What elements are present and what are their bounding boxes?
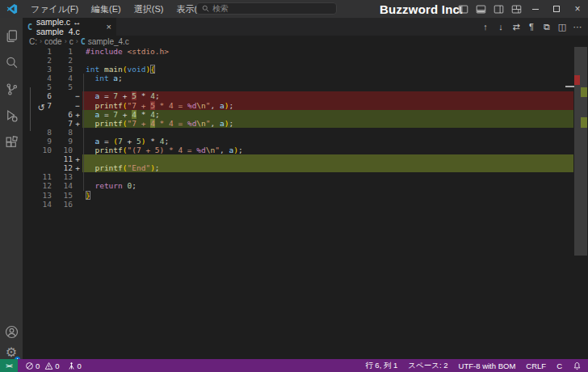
language-mode[interactable]: C (556, 361, 562, 370)
command-center-search[interactable]: 検索 (196, 2, 337, 15)
code-line[interactable]: 22 (23, 56, 588, 65)
code-line[interactable]: 1416 (23, 200, 588, 209)
breadcrumb-segment-c[interactable]: c (69, 37, 74, 46)
breadcrumb-segment-drive[interactable]: C: (29, 37, 37, 46)
run-debug-icon[interactable] (0, 104, 23, 127)
remote-indicator[interactable]: >< (0, 359, 18, 372)
minimize-icon (532, 9, 539, 10)
ports-indicator[interactable]: 0 (67, 361, 82, 370)
menu-edit[interactable]: 編集(E) (85, 0, 128, 18)
more-actions-icon[interactable]: ⋯ (572, 22, 583, 32)
problems-indicator[interactable]: 0 0 (25, 361, 60, 370)
code-line[interactable]: 55 (23, 82, 588, 91)
code-line[interactable]: 88 (23, 128, 588, 137)
code-line[interactable]: 6+ a = 7 + 4 * 4; (23, 110, 588, 119)
c-language-icon: C (81, 37, 86, 46)
diff-sign (73, 200, 82, 209)
open-file-icon[interactable]: ⧉ (541, 22, 552, 32)
tab-sample-diff[interactable]: C sample.c ↔ sample_4.c × (23, 18, 116, 36)
menu-file[interactable]: ファイル(F) (24, 0, 85, 18)
code-line[interactable]: 1315} (23, 191, 588, 200)
code-text[interactable]: printf("7 + 5 * 4 = %d\n", a); (82, 101, 573, 110)
error-icon (25, 361, 34, 370)
code-text[interactable]: #include <stdio.h> (82, 47, 573, 56)
explorer-icon[interactable] (0, 24, 23, 47)
indentation[interactable]: スペース: 2 (408, 361, 447, 371)
account-icon[interactable] (0, 320, 23, 343)
breadcrumb-segment-code[interactable]: code (44, 37, 62, 46)
original-line-number (23, 163, 52, 172)
menu-selection[interactable]: 選択(S) (128, 0, 170, 18)
diff-sign: + (73, 163, 82, 172)
customize-layout-icon[interactable] (507, 0, 525, 18)
revert-block-icon[interactable]: ↺ (36, 103, 47, 114)
code-line[interactable]: 44 int a; (23, 74, 588, 82)
code-line[interactable]: 7− printf("7 + 5 * 4 = %d\n", a); (23, 101, 588, 110)
overview-added-mark (581, 87, 587, 97)
source-control-icon[interactable] (0, 78, 23, 100)
code-text[interactable]: printf("(7 + 5) * 4 = %d\n", a); (82, 146, 573, 154)
activity-bar: ⚙ (0, 18, 23, 359)
code-text[interactable]: printf("7 + 4 * 4 = %d\n", a); (82, 119, 573, 128)
minimize-button[interactable] (525, 0, 546, 18)
toggle-panel-icon[interactable] (472, 0, 489, 18)
split-editor-icon[interactable]: ◫ (556, 22, 568, 32)
tab-label: sample.c ↔ sample_4.c (36, 17, 101, 36)
original-line-number: 9 (23, 137, 52, 146)
code-line[interactable]: 11+ (23, 154, 588, 163)
code-text[interactable]: a = (7 + 5) * 4; (82, 137, 573, 146)
original-line-number: 5 (23, 82, 52, 91)
extensions-icon[interactable] (0, 131, 23, 154)
code-text[interactable] (82, 82, 573, 91)
modified-line-number: 8 (52, 128, 73, 137)
toggle-secondary-sidebar-icon[interactable] (489, 0, 507, 18)
code-line[interactable]: 12+ printf("End"); (23, 163, 588, 172)
code-text[interactable]: printf("End"); (82, 163, 573, 172)
code-line[interactable]: 1214 return 0; (23, 181, 588, 190)
modified-line-number: 15 (52, 191, 73, 200)
code-text[interactable]: int a; (82, 74, 573, 82)
code-text[interactable]: a = 7 + 5 * 4; (82, 91, 573, 100)
diff-sign (73, 137, 82, 146)
code-text[interactable]: int main(void){ (82, 65, 573, 74)
notifications-button[interactable] (573, 361, 582, 370)
error-count: 0 (36, 361, 40, 370)
swap-diff-sides-icon[interactable]: ⇄ (510, 22, 522, 32)
encoding[interactable]: UTF-8 with BOM (459, 361, 516, 370)
original-line-number: 13 (23, 191, 52, 200)
code-line[interactable]: 99 a = (7 + 5) * 4; (23, 137, 588, 146)
code-line[interactable]: 1113 (23, 172, 588, 181)
code-line[interactable]: 7+ printf("7 + 4 * 4 = %d\n", a); (23, 119, 588, 128)
modified-line-number: 1 (52, 47, 73, 56)
cursor-position[interactable]: 行 6, 列 1 (365, 361, 397, 371)
code-line[interactable]: 11#include <stdio.h> (23, 47, 588, 56)
code-line[interactable]: 33int main(void){ (23, 65, 588, 74)
code-line[interactable]: 6− a = 7 + 5 * 4; (23, 91, 588, 100)
diff-sign (73, 56, 82, 65)
code-text[interactable]: } (82, 191, 573, 200)
diff-sign: − (73, 101, 82, 110)
render-whitespace-icon[interactable]: ¶ (526, 22, 537, 32)
breadcrumb-file[interactable]: sample_4.c (88, 37, 129, 46)
code-text[interactable]: a = 7 + 4 * 4; (82, 110, 573, 119)
code-text[interactable] (82, 200, 573, 209)
diff-editor[interactable]: 11#include <stdio.h>2233int main(void){4… (23, 47, 588, 359)
code-text[interactable] (82, 56, 573, 65)
search-view-icon[interactable] (0, 51, 23, 74)
code-text[interactable] (82, 128, 573, 137)
vscode-window: ファイル(F) 編集(E) 選択(S) 表示(V) … ← → 検索 Buzzw… (0, 0, 588, 372)
toggle-primary-sidebar-icon[interactable] (454, 0, 472, 18)
code-text[interactable]: return 0; (82, 181, 573, 190)
maximize-button[interactable] (546, 0, 567, 18)
code-text[interactable] (82, 172, 573, 181)
code-text[interactable] (82, 154, 573, 163)
code-line[interactable]: 1010 printf("(7 + 5) * 4 = %d\n", a); (23, 146, 588, 154)
next-change-icon[interactable]: ↓ (495, 22, 506, 32)
eol-sequence[interactable]: CRLF (526, 361, 546, 370)
diff-sign (73, 82, 82, 91)
tab-close-icon[interactable]: × (107, 22, 111, 32)
original-line-number (23, 154, 52, 163)
previous-change-icon[interactable]: ↑ (480, 22, 491, 32)
diff-sign (73, 74, 82, 82)
close-window-button[interactable]: × (567, 0, 588, 18)
